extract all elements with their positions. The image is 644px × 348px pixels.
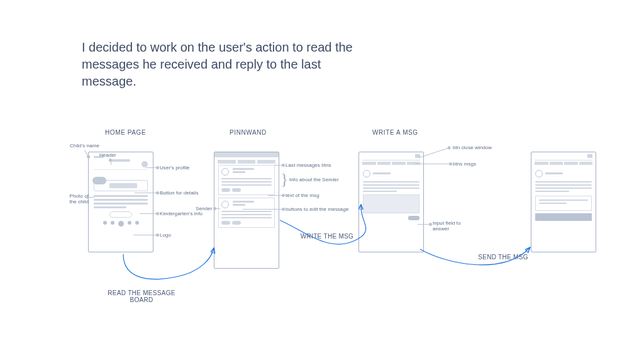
msg-view — [363, 167, 419, 192]
label-input-field: Input field to answer — [433, 220, 467, 232]
section-title-pinnwand: PINNWAND — [230, 129, 267, 136]
message-card-2 — [218, 198, 275, 228]
label-childs-name: Child's name — [70, 143, 99, 149]
label-kindergarten-info: Kindergarten's info — [160, 211, 203, 216]
section-title-home: HOME PAGE — [105, 129, 146, 136]
user-profile-avatar — [142, 161, 148, 167]
label-last-msgs-btns: Last messages btns — [286, 162, 331, 168]
sender-name-line — [233, 168, 254, 170]
phone-sent — [531, 152, 596, 252]
child-card — [94, 180, 148, 191]
flow-write-msg: WRITE THE MSG — [289, 233, 365, 240]
nav-dots — [89, 221, 153, 230]
phone-pinnwand — [214, 152, 279, 269]
last-messages-tabs — [214, 157, 279, 164]
label-btn-close: btn close window — [453, 145, 492, 150]
message-card-1 — [218, 165, 275, 195]
phone-home — [88, 152, 153, 252]
label-users-profile: User's profile — [160, 165, 190, 171]
label-text-msg: text of the msg — [286, 193, 319, 198]
sent-message-bubble — [535, 196, 592, 211]
diagram-stage: { "intro": "I decided to work on the use… — [0, 0, 644, 348]
label-button-details: Button for details — [160, 190, 198, 196]
label-logo: Logo — [160, 232, 171, 238]
message-action-buttons — [221, 188, 272, 192]
phone-write — [358, 152, 424, 252]
child-photo — [92, 177, 106, 184]
label-photo-child: Photo of the child — [62, 193, 89, 205]
message-body — [221, 178, 272, 186]
flow-read-board: READ THE MESSAGE BOARD — [104, 289, 179, 303]
header-placeholder — [111, 159, 130, 162]
send-bar — [535, 213, 592, 221]
topbar — [362, 154, 420, 160]
label-sender: Sender — [196, 206, 212, 211]
flow-send-msg: SEND THE MSG — [469, 254, 538, 261]
logo — [109, 211, 132, 218]
msg-tabs — [362, 162, 420, 165]
intro-text: I decided to work on the user's action t… — [82, 39, 358, 90]
label-edit-btns: buttons to edit the message — [286, 206, 348, 212]
label-sender-info: Info about the Sender — [289, 177, 339, 182]
section-title-write: WRITE A MSG — [372, 129, 418, 136]
label-btns-msgs: btns msgs — [453, 161, 476, 167]
label-header: Header — [99, 152, 116, 158]
reply-input — [363, 194, 419, 213]
details-button — [109, 183, 137, 188]
kindergarten-info — [89, 194, 153, 208]
brace-icon: } — [280, 171, 288, 188]
sender-avatar — [221, 168, 229, 176]
send-button-small — [408, 216, 419, 220]
